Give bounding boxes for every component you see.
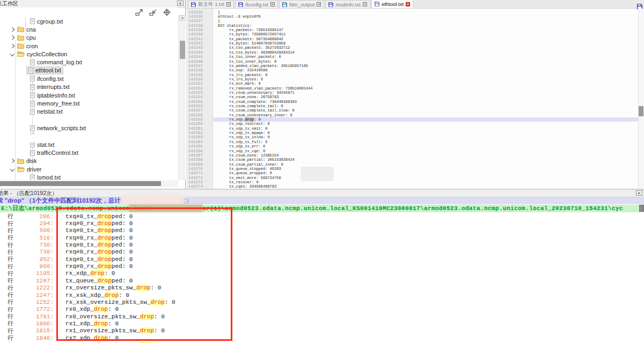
editor-line-number: 142239 (186, 28, 213, 32)
result-row[interactable]: 行1252:rx_xsk_oversize_pkts_sw_drop: 0 (0, 299, 644, 305)
save-icon (375, 2, 379, 6)
code-text: rx0_oversize_pkts_sw_ (65, 314, 140, 320)
chevron-right-icon[interactable] (10, 27, 14, 32)
result-row-text: rx1_oversize_pkts_sw_drop: 0 (54, 327, 165, 334)
result-row[interactable]: 行952:txq#0_tx_dropped: 0 (0, 256, 644, 263)
chevron-right-icon[interactable] (10, 159, 14, 163)
tab-label: modinfo.txt (335, 2, 360, 8)
editor-line-text: rx_xdp_tx_err: 0 (213, 144, 638, 148)
tab-label: 新文件 1.txt (198, 1, 224, 8)
tree-file-cgroup.txt[interactable]: cgroup.txt (0, 17, 178, 25)
editor-line-text: rx_bytes: 735960572057411 (213, 32, 638, 36)
tab-ethtool.txt[interactable]: ethtool.txt✕ (371, 0, 413, 8)
result-row[interactable]: 行1772:rx0_xdp_drop: 0 (0, 306, 644, 313)
tree-folder-driver[interactable]: driver (0, 165, 178, 173)
editor-text-area[interactable]: 142235}142236ethtool -S enp1s0f0142237{1… (186, 9, 644, 189)
result-row[interactable]: 行1781:rx0_oversize_pkts_sw_drop: 0 (0, 313, 644, 320)
result-row[interactable]: 行1207:tx_queue_dropped: 0 (0, 277, 644, 284)
chevron-down-icon[interactable] (10, 167, 14, 172)
result-row[interactable]: 行1815:rx1_oversize_pkts_sw_drop: 0 (0, 327, 644, 334)
tree-selected-item[interactable]: ethtool.txt (27, 67, 63, 74)
editor-line-text: rx_lro_packets: 0 (213, 72, 638, 77)
tree-folder-cron[interactable]: cron (0, 42, 178, 50)
code-text: : 0 (108, 306, 119, 312)
editor-line-number: 142257 (186, 108, 213, 113)
result-row[interactable]: 行516:rxq#0_rx_dropped: 0 (0, 234, 644, 241)
tree-folder-cyclicCollection[interactable]: cyclicCollection (0, 50, 178, 58)
tree-file-trafficControl.txt[interactable]: trafficControl.txt (0, 149, 178, 157)
workspace-close-button[interactable]: ✕ (177, 1, 184, 6)
search-results-panel: 结果 - （匹配10192次） ✕ 索 "drop" （1个文件中匹配到1019… (0, 189, 644, 343)
tree-file-netstat.txt[interactable]: netstat.txt (0, 108, 178, 116)
expand-all-icon[interactable] (135, 9, 143, 16)
result-row-line-number: 516: (16, 235, 54, 241)
tree-folder-disk[interactable]: disk (0, 157, 178, 165)
redaction-box-tree (21, 134, 177, 142)
tab-close-icon[interactable]: ✕ (270, 2, 275, 6)
tab-close-icon[interactable]: ✕ (317, 2, 321, 6)
tree-file-iptablesInfo.txt[interactable]: iptablesInfo.txt (0, 91, 178, 99)
result-row[interactable]: 行286:txq#0_tx_dropped: 0 (0, 213, 644, 220)
tab-close-icon[interactable]: ✕ (406, 2, 410, 6)
tab--1.txt[interactable]: 新文件 1.txt✕ (188, 0, 234, 8)
result-row[interactable]: 行1247:rx_xsk_xdp_drop: 0 (0, 292, 644, 299)
editor-line-number: 142264 (186, 140, 213, 144)
results-title: 结果 - （匹配10192次） (0, 190, 57, 197)
tree-vscroll-thumb[interactable] (180, 41, 185, 59)
tab-fdm_output[interactable]: fdm_output✕ (279, 0, 325, 8)
tab-ifconfig.txt[interactable]: ifconfig.txt✕ (235, 0, 278, 8)
scroll-up-arrow-icon[interactable]: ▲ (179, 15, 186, 21)
tab-modinfo.txt[interactable]: modinfo.txt✕ (325, 0, 370, 8)
match-highlight: drop (97, 213, 111, 220)
chevron-right-icon[interactable] (10, 35, 14, 40)
editor-line-text: rx_packets: 736510395147 (213, 28, 638, 32)
tree-file-lsmod.txt[interactable]: lsmod.txt (0, 174, 178, 180)
locate-file-icon[interactable] (163, 9, 171, 16)
tree-file-interrupts.txt[interactable]: interrupts.txt (0, 83, 178, 91)
editor-line: 142242 tx_bytes: 514607839753959 (186, 41, 638, 46)
tab-close-icon[interactable]: ✕ (363, 2, 367, 6)
result-row[interactable]: 行1195:rx_xdp_drop: 0 (0, 270, 644, 277)
tree-vertical-scrollbar[interactable]: ▲ (178, 15, 186, 180)
editor-vscroll-thumb[interactable] (639, 106, 643, 116)
results-close-button[interactable]: ✕ (636, 190, 642, 196)
results-vscroll-thumb[interactable] (639, 205, 644, 212)
results-summary-row: 索 "drop" （1个文件中匹配到10192次，总计 (0, 197, 644, 204)
tab-close-icon[interactable]: ✕ (226, 2, 231, 6)
result-row[interactable]: 行1222:rx_oversize_pkts_sw_drop: 0 (0, 285, 644, 292)
tree-folder-cna[interactable]: cna (0, 25, 178, 33)
code-text: txq#0_tx_ (65, 242, 97, 248)
code-text: txq#0_tx_ (65, 227, 97, 234)
match-highlight: drop (136, 285, 150, 291)
tree-horizontal-scrollbar[interactable] (0, 180, 178, 187)
tree-item-label: netstat.txt (37, 108, 63, 115)
tree-file-command_log.txt[interactable]: command_log.txt (0, 58, 178, 66)
tree-file-memory_free.txt[interactable]: memory_free.txt (0, 100, 178, 108)
result-row[interactable]: 行1806:rx1_xdp_drop: 0 (0, 320, 644, 327)
tree-file-ethtool.txt[interactable]: ethtool.txt (0, 66, 178, 74)
result-row[interactable]: 行730:txq#0_tx_dropped: 0 (0, 241, 644, 248)
result-row[interactable]: 行960:rxq#0_rx_dropped: 0 (0, 263, 644, 270)
result-row[interactable]: 行1840:rx2_xdp_drop: 0 (0, 334, 644, 341)
tree-file-network_scripts.txt[interactable]: network_scripts.txt (0, 124, 178, 132)
result-row[interactable]: 行508:txq#0_tx_dropped: 0 (0, 227, 644, 234)
result-row[interactable]: 行294:rxq#0_rx_dropped: 0 (0, 220, 644, 227)
editor-line-number: 142253 (186, 91, 213, 95)
tree-hscroll-thumb[interactable] (0, 181, 161, 186)
tree-item-label: cpu (26, 34, 36, 41)
chevron-down-icon[interactable] (10, 52, 14, 56)
editor-line: 142239 rx_packets: 736510395147 (186, 28, 638, 32)
editor-line: 142265 rx_xdp_tx_err: 0 (186, 144, 638, 148)
app-window: { "workspace": { "title": "关工作区", "tools… (0, 0, 644, 343)
editor-vertical-scrollbar[interactable] (638, 9, 644, 189)
collapse-all-icon[interactable] (149, 9, 157, 16)
editor-line-text: tx_csum_none: 12385154 (213, 153, 638, 158)
result-row[interactable]: 行738:rxq#0_rx_dropped: 0 (0, 249, 644, 256)
tree-folder-cpu[interactable]: cpu (0, 34, 178, 42)
chevron-right-icon[interactable] (10, 43, 14, 48)
code-text: ped: 0 (112, 213, 133, 220)
code-text: rx_xsk_oversize_pkts_sw_ (65, 299, 150, 305)
editor-line-text: rx_xdp_tx_mpwqe: 0 (213, 131, 638, 135)
tree-file-ifconfig.txt[interactable]: ifconfig.txt (0, 74, 178, 83)
result-row-line-number: 1772: (16, 306, 54, 312)
